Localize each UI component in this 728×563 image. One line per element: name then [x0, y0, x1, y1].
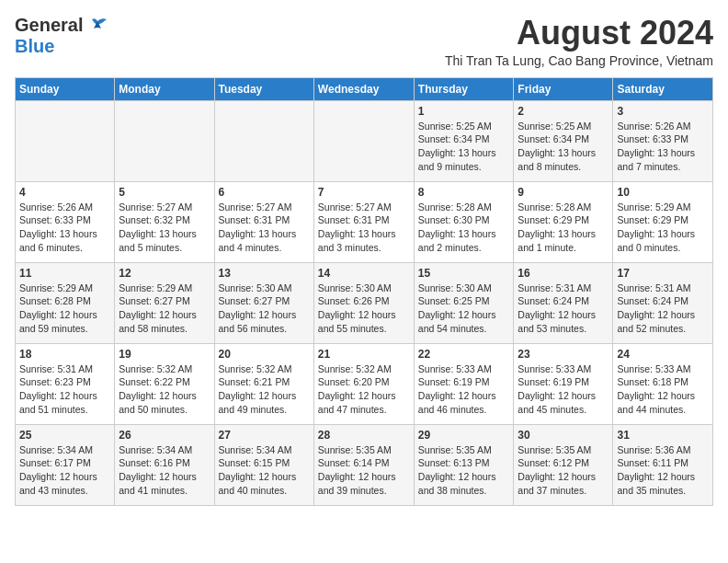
calendar-week-row: 11Sunrise: 5:29 AM Sunset: 6:28 PM Dayli…	[16, 262, 713, 343]
day-number: 11	[19, 267, 110, 280]
day-number: 26	[119, 429, 210, 442]
day-number: 25	[19, 429, 110, 442]
day-number: 13	[219, 267, 310, 280]
calendar-day-cell: 30Sunrise: 5:35 AM Sunset: 6:12 PM Dayli…	[514, 424, 613, 505]
calendar-day-cell: 14Sunrise: 5:30 AM Sunset: 6:26 PM Dayli…	[313, 262, 414, 343]
day-info: Sunrise: 5:30 AM Sunset: 6:26 PM Dayligh…	[318, 282, 410, 336]
main-title: August 2024	[445, 15, 713, 52]
calendar-day-cell: 8Sunrise: 5:28 AM Sunset: 6:30 PM Daylig…	[414, 181, 514, 262]
day-info: Sunrise: 5:32 AM Sunset: 6:20 PM Dayligh…	[318, 362, 410, 417]
subtitle: Thi Tran Ta Lung, Cao Bang Province, Vie…	[445, 53, 713, 68]
day-info: Sunrise: 5:34 AM Sunset: 6:15 PM Dayligh…	[219, 443, 310, 498]
calendar-day-cell: 22Sunrise: 5:33 AM Sunset: 6:19 PM Dayli…	[414, 343, 514, 424]
calendar-day-cell: 17Sunrise: 5:31 AM Sunset: 6:24 PM Dayli…	[613, 262, 713, 343]
days-of-week-row: SundayMondayTuesdayWednesdayThursdayFrid…	[16, 77, 713, 100]
day-number: 6	[219, 186, 310, 199]
day-number: 7	[318, 186, 410, 199]
calendar-day-cell	[214, 100, 313, 181]
day-number: 22	[418, 348, 510, 361]
day-info: Sunrise: 5:32 AM Sunset: 6:21 PM Dayligh…	[219, 362, 310, 417]
day-number: 20	[219, 348, 310, 361]
day-number: 3	[617, 105, 709, 118]
day-info: Sunrise: 5:33 AM Sunset: 6:18 PM Dayligh…	[617, 362, 709, 417]
logo: General Blue	[15, 15, 110, 57]
day-info: Sunrise: 5:29 AM Sunset: 6:29 PM Dayligh…	[617, 201, 709, 255]
day-info: Sunrise: 5:33 AM Sunset: 6:19 PM Dayligh…	[518, 362, 609, 417]
calendar-day-cell: 24Sunrise: 5:33 AM Sunset: 6:18 PM Dayli…	[613, 343, 713, 424]
day-info: Sunrise: 5:32 AM Sunset: 6:22 PM Dayligh…	[119, 362, 210, 417]
day-number: 19	[119, 348, 210, 361]
day-number: 14	[318, 267, 410, 280]
day-info: Sunrise: 5:31 AM Sunset: 6:23 PM Dayligh…	[19, 362, 110, 417]
calendar-day-cell: 20Sunrise: 5:32 AM Sunset: 6:21 PM Dayli…	[214, 343, 313, 424]
calendar-day-cell: 4Sunrise: 5:26 AM Sunset: 6:33 PM Daylig…	[16, 181, 115, 262]
day-info: Sunrise: 5:31 AM Sunset: 6:24 PM Dayligh…	[518, 282, 609, 336]
day-number: 17	[617, 267, 709, 280]
day-info: Sunrise: 5:35 AM Sunset: 6:12 PM Dayligh…	[518, 443, 609, 498]
day-info: Sunrise: 5:26 AM Sunset: 6:33 PM Dayligh…	[19, 201, 110, 255]
calendar-day-cell: 15Sunrise: 5:30 AM Sunset: 6:25 PM Dayli…	[414, 262, 514, 343]
day-info: Sunrise: 5:25 AM Sunset: 6:34 PM Dayligh…	[518, 120, 609, 174]
day-number: 28	[318, 429, 410, 442]
day-number: 5	[119, 186, 210, 199]
calendar-day-cell: 11Sunrise: 5:29 AM Sunset: 6:28 PM Dayli…	[16, 262, 115, 343]
calendar-day-cell: 27Sunrise: 5:34 AM Sunset: 6:15 PM Dayli…	[214, 424, 313, 505]
day-number: 24	[617, 348, 709, 361]
day-number: 29	[418, 429, 510, 442]
day-info: Sunrise: 5:28 AM Sunset: 6:30 PM Dayligh…	[418, 201, 510, 255]
calendar-day-cell	[115, 100, 214, 181]
day-info: Sunrise: 5:34 AM Sunset: 6:17 PM Dayligh…	[19, 443, 110, 498]
calendar-day-cell: 6Sunrise: 5:27 AM Sunset: 6:31 PM Daylig…	[214, 181, 313, 262]
calendar-day-cell: 23Sunrise: 5:33 AM Sunset: 6:19 PM Dayli…	[514, 343, 613, 424]
day-info: Sunrise: 5:34 AM Sunset: 6:16 PM Dayligh…	[119, 443, 210, 498]
day-number: 21	[318, 348, 410, 361]
day-number: 31	[617, 429, 709, 442]
calendar-day-cell: 26Sunrise: 5:34 AM Sunset: 6:16 PM Dayli…	[115, 424, 214, 505]
calendar-header: SundayMondayTuesdayWednesdayThursdayFrid…	[16, 77, 713, 100]
day-info: Sunrise: 5:27 AM Sunset: 6:31 PM Dayligh…	[318, 201, 410, 255]
day-info: Sunrise: 5:27 AM Sunset: 6:32 PM Dayligh…	[119, 201, 210, 255]
day-number: 8	[418, 186, 510, 199]
day-number: 4	[19, 186, 110, 199]
day-number: 10	[617, 186, 709, 199]
day-of-week-header: Sunday	[16, 77, 115, 100]
day-of-week-header: Tuesday	[214, 77, 313, 100]
day-of-week-header: Monday	[115, 77, 214, 100]
day-number: 18	[19, 348, 110, 361]
calendar-week-row: 1Sunrise: 5:25 AM Sunset: 6:34 PM Daylig…	[16, 100, 713, 181]
page-header: General Blue August 2024 Thi Tran Ta Lun…	[15, 15, 713, 68]
calendar-day-cell: 9Sunrise: 5:28 AM Sunset: 6:29 PM Daylig…	[514, 181, 613, 262]
day-info: Sunrise: 5:30 AM Sunset: 6:27 PM Dayligh…	[219, 282, 310, 336]
calendar-day-cell: 7Sunrise: 5:27 AM Sunset: 6:31 PM Daylig…	[313, 181, 414, 262]
day-info: Sunrise: 5:36 AM Sunset: 6:11 PM Dayligh…	[617, 443, 709, 498]
day-info: Sunrise: 5:28 AM Sunset: 6:29 PM Dayligh…	[518, 201, 609, 255]
logo-blue: Blue	[15, 36, 54, 56]
day-number: 27	[219, 429, 310, 442]
day-info: Sunrise: 5:30 AM Sunset: 6:25 PM Dayligh…	[418, 282, 510, 336]
day-number: 23	[518, 348, 609, 361]
day-info: Sunrise: 5:35 AM Sunset: 6:14 PM Dayligh…	[318, 443, 410, 498]
day-of-week-header: Thursday	[414, 77, 514, 100]
day-info: Sunrise: 5:26 AM Sunset: 6:33 PM Dayligh…	[617, 120, 709, 174]
day-info: Sunrise: 5:27 AM Sunset: 6:31 PM Dayligh…	[219, 201, 310, 255]
calendar-day-cell: 25Sunrise: 5:34 AM Sunset: 6:17 PM Dayli…	[16, 424, 115, 505]
calendar-day-cell	[313, 100, 414, 181]
calendar-table: SundayMondayTuesdayWednesdayThursdayFrid…	[15, 77, 713, 506]
calendar-day-cell: 10Sunrise: 5:29 AM Sunset: 6:29 PM Dayli…	[613, 181, 713, 262]
day-info: Sunrise: 5:33 AM Sunset: 6:19 PM Dayligh…	[418, 362, 510, 417]
day-info: Sunrise: 5:25 AM Sunset: 6:34 PM Dayligh…	[418, 120, 510, 174]
calendar-day-cell: 21Sunrise: 5:32 AM Sunset: 6:20 PM Dayli…	[313, 343, 414, 424]
title-block: August 2024 Thi Tran Ta Lung, Cao Bang P…	[445, 15, 713, 68]
day-number: 16	[518, 267, 609, 280]
calendar-day-cell: 29Sunrise: 5:35 AM Sunset: 6:13 PM Dayli…	[414, 424, 514, 505]
calendar-day-cell: 16Sunrise: 5:31 AM Sunset: 6:24 PM Dayli…	[514, 262, 613, 343]
calendar-day-cell: 18Sunrise: 5:31 AM Sunset: 6:23 PM Dayli…	[16, 343, 115, 424]
day-info: Sunrise: 5:29 AM Sunset: 6:28 PM Dayligh…	[19, 282, 110, 336]
day-number: 12	[119, 267, 210, 280]
day-of-week-header: Friday	[514, 77, 613, 100]
day-of-week-header: Wednesday	[313, 77, 414, 100]
day-number: 9	[518, 186, 609, 199]
day-number: 2	[518, 105, 609, 118]
calendar-day-cell: 1Sunrise: 5:25 AM Sunset: 6:34 PM Daylig…	[414, 100, 514, 181]
calendar-day-cell: 12Sunrise: 5:29 AM Sunset: 6:27 PM Dayli…	[115, 262, 214, 343]
